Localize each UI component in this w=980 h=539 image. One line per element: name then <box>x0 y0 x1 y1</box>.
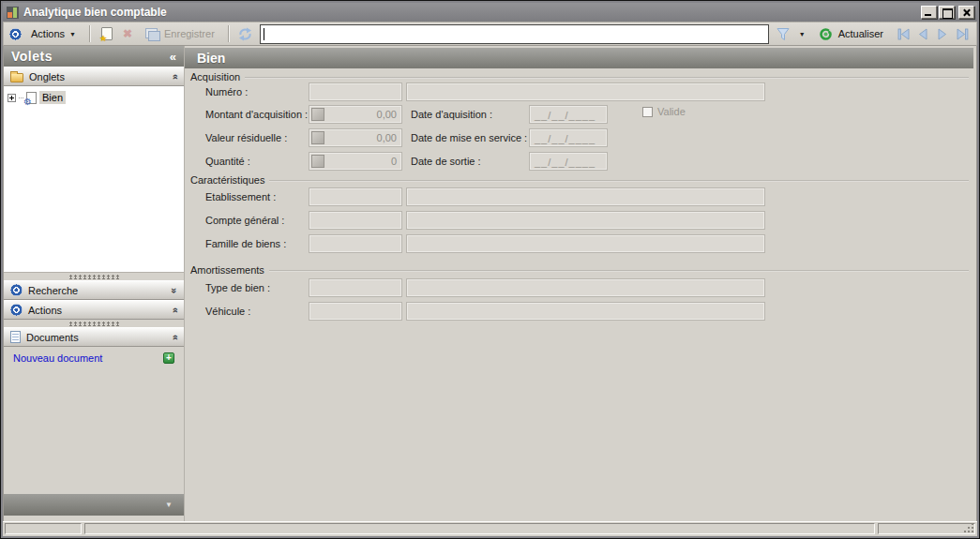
type-bien-label: Type de bien : <box>205 282 270 293</box>
type-bien-description-field[interactable] <box>406 278 765 297</box>
nav-next-button[interactable] <box>934 26 951 42</box>
sync-icon <box>237 27 253 41</box>
toolbar: Actions ▼ ✖ Enregistrer ▼ <box>3 22 977 46</box>
group-caracteristiques: Caractéristiques <box>190 173 969 187</box>
window-title: Analytique bien comptable <box>23 6 921 19</box>
montant-acquisition-value: 0,00 <box>377 109 397 120</box>
nav-first-button[interactable] <box>895 26 912 42</box>
date-mise-en-service-field[interactable]: __/__/____ <box>529 128 608 147</box>
montant-acquisition-field[interactable]: 0,00 <box>309 105 402 124</box>
close-button[interactable] <box>958 6 974 19</box>
actions-menu-button[interactable]: Actions ▼ <box>25 26 82 41</box>
valeur-residuelle-label: Valeur résiduelle : <box>205 132 287 143</box>
numero-label: Numéro : <box>205 86 248 97</box>
date-aquisition-field[interactable]: __/__/____ <box>529 105 608 124</box>
refresh-button-label: Actualiser <box>838 28 883 39</box>
sync-button[interactable] <box>237 26 254 42</box>
bien-page-gear-icon <box>26 92 37 104</box>
chevron-up-icon[interactable]: » <box>169 334 180 339</box>
sidebar-filler <box>4 367 184 494</box>
amount-button-icon[interactable] <box>311 155 324 168</box>
date-sortie-label: Date de sortie : <box>411 156 481 167</box>
type-bien-code-field[interactable] <box>309 278 402 297</box>
sidebar-collapse-button[interactable]: « <box>170 50 176 64</box>
quantite-value: 0 <box>391 156 397 167</box>
nav-last-button[interactable] <box>954 26 971 42</box>
status-panel-left <box>5 523 82 534</box>
numero-code-field[interactable] <box>309 82 402 101</box>
amount-button-icon[interactable] <box>311 108 324 121</box>
etablissement-description-field[interactable] <box>406 187 765 206</box>
date-sortie-field[interactable]: __/__/____ <box>529 152 608 171</box>
section-header-documents[interactable]: Documents » <box>4 327 184 347</box>
group-acquisition: Acquisition <box>190 70 969 83</box>
valide-checkbox[interactable] <box>642 107 653 117</box>
famille-biens-code-field[interactable] <box>309 234 402 253</box>
valide-checkbox-row: Valide <box>642 106 686 117</box>
sidebar-title: Volets <box>11 49 170 64</box>
compte-general-description-field[interactable] <box>406 211 765 230</box>
valeur-residuelle-field[interactable]: 0,00 <box>309 128 402 147</box>
new-document-link[interactable]: Nouveau document <box>13 352 163 364</box>
status-panel-middle <box>84 523 875 534</box>
content-title: Bien <box>185 48 973 68</box>
section-label-onglets: Onglets <box>29 71 166 82</box>
chevron-up-icon[interactable]: » <box>169 73 180 79</box>
document-icon <box>10 331 21 343</box>
add-document-icon[interactable]: + <box>163 352 174 364</box>
delete-record-button[interactable]: ✖ <box>119 26 136 42</box>
valeur-residuelle-value: 0,00 <box>377 132 397 143</box>
refresh-icon <box>819 27 833 41</box>
resize-grip[interactable] <box>972 531 973 532</box>
save-button-label: Enregistrer <box>164 28 215 39</box>
titlebar: Analytique bien comptable <box>3 3 977 22</box>
etablissement-label: Etablissement : <box>205 191 276 202</box>
tree-item-bien[interactable]: Bien <box>8 91 180 104</box>
tree-item-label[interactable]: Bien <box>39 91 66 104</box>
filter-funnel-icon <box>776 26 791 41</box>
section-header-actions[interactable]: Actions » <box>4 300 184 320</box>
nav-previous-button[interactable] <box>914 26 931 42</box>
group-divider <box>269 270 969 272</box>
section-label-actions: Actions <box>28 305 166 316</box>
vehicule-label: Véhicule : <box>205 306 250 317</box>
quantite-field[interactable]: 0 <box>309 152 402 171</box>
save-button[interactable]: Enregistrer <box>140 26 220 41</box>
chevron-up-icon[interactable]: » <box>169 307 180 312</box>
group-title: Acquisition <box>190 71 240 82</box>
actions-menu-label: Actions <box>31 28 65 39</box>
vehicule-code-field[interactable] <box>309 302 402 321</box>
compte-general-label: Compte général : <box>205 215 284 226</box>
amount-button-icon[interactable] <box>311 131 324 144</box>
footer-dropdown-icon[interactable]: ▼ <box>165 501 173 509</box>
save-icon <box>145 28 158 39</box>
famille-biens-description-field[interactable] <box>406 234 765 253</box>
tree-expand-icon[interactable] <box>8 94 16 102</box>
refresh-button[interactable]: Actualiser <box>813 25 889 43</box>
panel-splitter-handle[interactable] <box>4 320 184 327</box>
app-icon <box>7 7 19 19</box>
section-header-recherche[interactable]: Recherche » <box>4 280 184 300</box>
filter-dropdown-icon[interactable]: ▼ <box>799 31 806 37</box>
numero-description-field[interactable] <box>406 82 765 101</box>
minimize-button[interactable] <box>921 6 937 19</box>
filter-button[interactable] <box>775 26 792 42</box>
sidebar-footer-bar[interactable]: ▼ <box>4 494 184 516</box>
vehicule-description-field[interactable] <box>406 302 765 321</box>
onglets-tree: Bien <box>4 86 184 273</box>
group-amortissements: Amortissements <box>190 263 969 277</box>
delete-icon: ✖ <box>123 27 132 40</box>
section-header-onglets[interactable]: Onglets » <box>4 67 184 86</box>
nav-next-icon <box>936 28 949 40</box>
compte-general-code-field[interactable] <box>309 211 402 230</box>
maximize-button[interactable] <box>939 6 955 19</box>
quantite-label: Quantité : <box>205 156 250 167</box>
etablissement-code-field[interactable] <box>309 187 402 206</box>
panel-splitter-handle[interactable] <box>4 273 184 280</box>
new-record-button[interactable] <box>98 26 115 42</box>
toolbar-separator <box>228 25 230 42</box>
chevron-down-icon[interactable]: » <box>169 287 180 292</box>
documents-panel-row: Nouveau document + <box>4 347 184 367</box>
command-input[interactable] <box>260 24 769 44</box>
group-divider <box>269 180 969 182</box>
